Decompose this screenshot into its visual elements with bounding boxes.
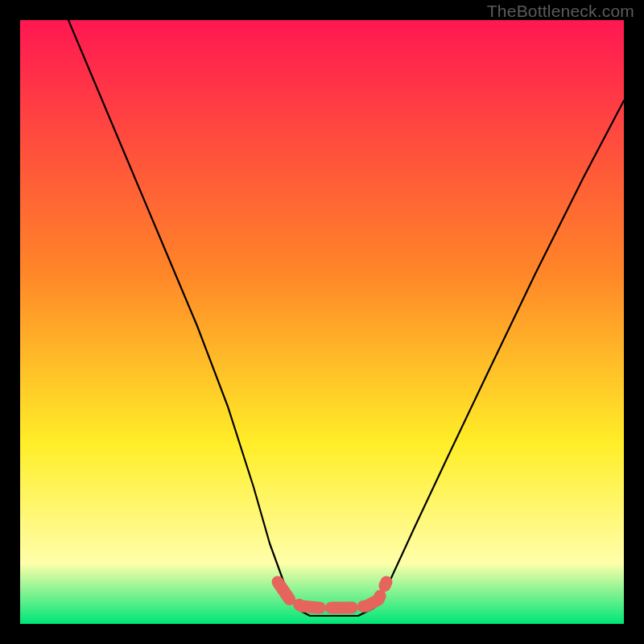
bottleneck-curve xyxy=(68,20,624,616)
attribution-text: TheBottleneck.com xyxy=(487,2,634,21)
plot-area xyxy=(20,20,624,624)
chart-frame: TheBottleneck.com xyxy=(0,0,644,644)
curve-layer xyxy=(20,20,624,624)
flat-region-marker xyxy=(278,582,386,608)
